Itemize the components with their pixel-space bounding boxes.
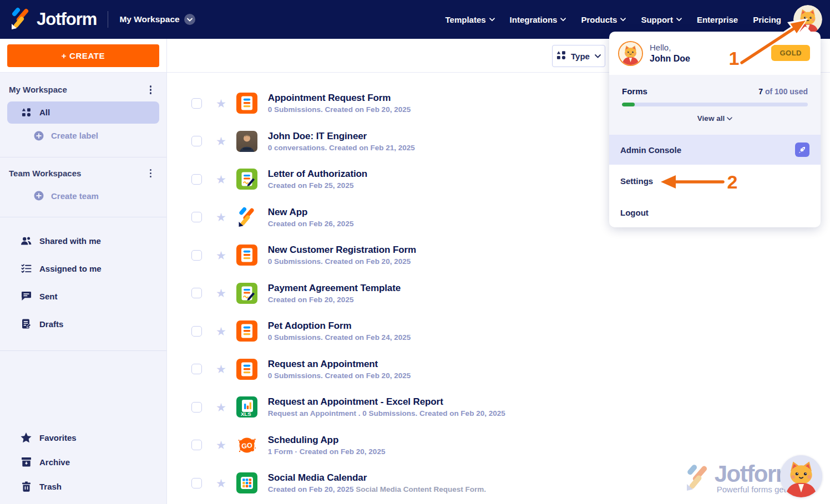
sidebar-divider [0,350,166,351]
sidebar-body: My Workspace All Create label Team Works… [0,73,166,504]
form-row[interactable]: ★ GO Scheduling App 1 Form · Created on … [167,426,830,465]
form-meta: 0 Submissions. Created on Feb 24, 2025 [268,333,411,342]
kebab-menu-icon[interactable] [148,84,154,96]
favorite-star-icon[interactable]: ★ [216,211,226,223]
create-button[interactable]: + CREATE [7,44,159,67]
menu-item-logout[interactable]: Logout [609,197,821,227]
sidebar: + CREATE My Workspace All Create label T… [0,39,167,504]
chevron-down-icon [620,18,626,22]
form-title: Request an Appointment - Excel Report [268,396,505,408]
menu-item-admin-console[interactable]: Admin Console [609,135,821,165]
favorite-star-icon[interactable]: ★ [216,477,226,489]
sidebar-item-drafts[interactable]: Drafts [7,310,159,337]
sidebar-item-sent[interactable]: Sent [7,283,159,309]
favorite-star-icon[interactable]: ★ [216,325,226,337]
form-row[interactable]: ★ New Customer Registration Form 0 Submi… [167,236,830,274]
esign-icon-green [236,169,257,190]
form-row[interactable]: ★ Pet Adoption Form 0 Submissions. Creat… [167,312,830,350]
row-checkbox[interactable] [191,288,202,298]
row-checkbox[interactable] [191,440,202,450]
sidebar-spacer [0,357,166,425]
form-title: Payment Agreement Template [268,283,401,294]
form-title: Pet Adoption Form [268,320,411,332]
nav-link-enterprise[interactable]: Enterprise [697,15,738,24]
nav-link-integrations[interactable]: Integrations [510,15,566,24]
sidebar-item-trash[interactable]: Trash [7,474,159,498]
go-app-icon: GO [236,435,257,456]
form-meta: Created on Feb 26, 2025 [268,220,354,228]
favorite-star-icon[interactable]: ★ [216,174,226,185]
nav-link-pricing[interactable]: Pricing [753,15,781,24]
form-row[interactable]: ★ Payment Agreement Template Created on … [167,274,830,313]
sidebar-item-create-team[interactable]: Create team [20,185,159,207]
form-meta: Created on Feb 25, 2025 [268,181,367,190]
form-meta: Created on Feb 20, 2025 [268,296,401,304]
forms-usage-fill [622,103,635,106]
favorite-star-icon[interactable]: ★ [216,401,226,413]
plan-badge[interactable]: GOLD [771,45,810,61]
row-checkbox[interactable] [191,174,202,185]
people-icon [21,236,32,246]
svg-text:GO: GO [241,441,253,450]
form-meta: 0 Submissions. Created on Feb 20, 2025 [268,257,416,266]
sidebar-divider [0,217,166,217]
form-row[interactable]: ★ Request an Appointment 0 Submissions. … [167,350,830,389]
jotform-bolt-icon [684,464,710,493]
row-checkbox[interactable] [191,98,202,109]
navbar-divider [108,11,108,28]
sidebar-item-archive[interactable]: Archive [7,450,159,474]
logout-label: Logout [620,208,649,217]
brand-wordmark: Jotform [37,9,97,29]
workspace-switcher[interactable]: My Workspace [119,14,195,25]
kebab-menu-icon[interactable] [148,167,154,180]
favorite-star-icon[interactable]: ★ [216,135,226,147]
form-row[interactable]: ★ XLS Request an Appointment - Excel Rep… [167,388,830,426]
favorite-star-icon[interactable]: ★ [216,98,226,109]
row-checkbox[interactable] [191,364,202,374]
row-checkbox[interactable] [191,250,202,261]
row-checkbox[interactable] [191,326,202,337]
chevron-down-icon [727,117,732,120]
checklist-icon [21,263,32,273]
favorite-star-icon[interactable]: ★ [216,363,226,375]
form-title: John Doe: IT Engineer [268,131,415,142]
form-title: Request an Appointment [268,359,411,370]
view-all-link[interactable]: View all [622,114,808,123]
team-workspaces-section-head: Team Workspaces [0,163,166,184]
calendar-grid-icon [236,472,257,493]
form-icon-orange [236,93,257,114]
jotform-logo[interactable]: Jotform [9,7,97,32]
form-icon-orange [236,320,257,342]
favorite-star-icon[interactable]: ★ [216,287,226,299]
sidebar-item-all[interactable]: All [7,101,159,124]
chevron-down-icon [676,18,682,22]
sidebar-item-shared-with-me[interactable]: Shared with me [7,227,159,254]
sidebar-item-create-label[interactable]: Create label [20,125,159,147]
form-title: Scheduling App [268,435,386,446]
row-checkbox[interactable] [191,212,202,222]
admin-console-label: Admin Console [620,145,681,155]
user-menu-profile: Hello, John Doe GOLD [609,32,821,75]
row-checkbox[interactable] [191,136,202,146]
jotform-workspace-page: Jotform My Workspace Templates Integrati… [0,0,830,504]
esign-icon-green [236,283,257,304]
favorite-star-icon[interactable]: ★ [216,439,226,451]
sidebar-item-favorites[interactable]: Favorites [7,425,159,450]
menu-item-settings[interactable]: Settings [609,165,821,197]
row-checkbox[interactable] [191,402,202,413]
usage-progress-track [622,103,808,106]
nav-link-support[interactable]: Support [641,15,682,24]
row-checkbox[interactable] [191,478,202,488]
favorite-star-icon[interactable]: ★ [216,250,226,261]
chat-bubble-icon [21,291,32,301]
settings-label: Settings [620,176,653,186]
my-workspace-section-head: My Workspace [0,73,166,100]
star-icon [21,432,32,443]
type-filter-button[interactable]: Type [552,45,605,67]
nav-link-products[interactable]: Products [581,15,626,24]
archive-icon [21,457,32,467]
form-title: Social Media Calendar [268,472,486,483]
form-meta: Created on Feb 20, 2025 Social Media Con… [268,485,486,493]
sidebar-item-assigned-to-me[interactable]: Assigned to me [7,255,159,282]
nav-link-templates[interactable]: Templates [445,15,494,24]
